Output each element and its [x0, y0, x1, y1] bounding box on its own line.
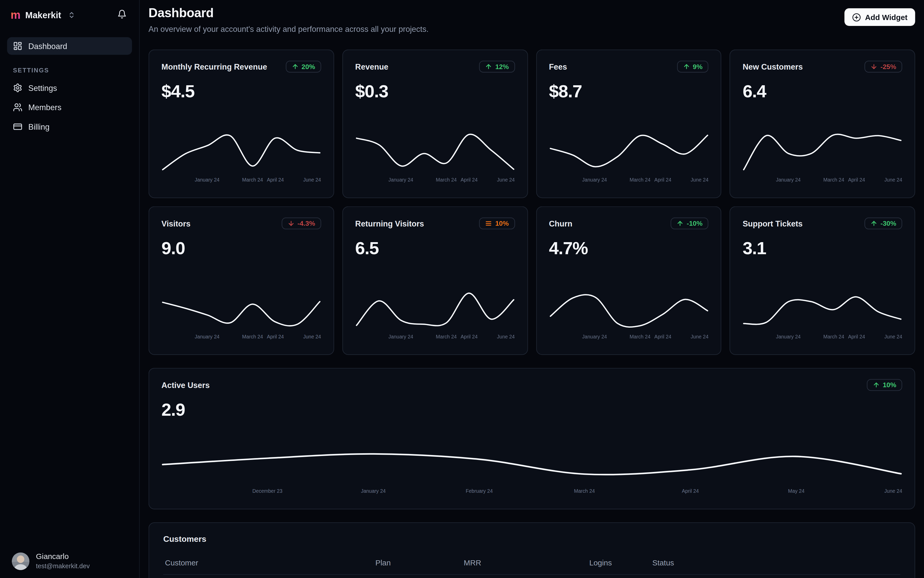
axis-label: June 24 [497, 177, 515, 183]
active-users-card: Active Users 10% 2.9 December 23January … [149, 368, 915, 510]
arrow-up-icon [292, 63, 299, 70]
trend-badge: -10% [671, 218, 708, 229]
card-title: Fees [549, 62, 567, 71]
axis-label: April 24 [654, 334, 671, 339]
axis-label: March 24 [823, 334, 844, 339]
axis-label: March 24 [574, 488, 595, 494]
metric-card-visitors: Visitors-4.3%9.0January 24March 24April … [149, 206, 334, 355]
axis-label: January 24 [582, 177, 607, 183]
user-name: Giancarlo [36, 552, 90, 562]
card-title: New Customers [742, 62, 802, 71]
axis-label: March 24 [436, 177, 457, 183]
axis-label: June 24 [885, 488, 902, 494]
card-value: $4.5 [161, 81, 321, 101]
gear-icon [13, 83, 23, 93]
sparkline-chart [161, 130, 321, 174]
card-value: $0.3 [355, 81, 515, 101]
sidebar-item-settings[interactable]: Settings [7, 79, 132, 97]
table-divider [163, 574, 900, 575]
axis-label: May 24 [788, 488, 804, 494]
sidebar-item-dashboard[interactable]: Dashboard [7, 37, 132, 55]
axis-label: March 24 [436, 334, 457, 339]
axis-label: January 24 [195, 334, 220, 339]
column-header-customer: Customer [165, 558, 376, 567]
trend-badge: -4.3% [282, 218, 321, 229]
page-title: Dashboard [149, 6, 429, 21]
bell-icon [117, 9, 127, 19]
sparkline-axis: January 24March 24April 24June 24 [549, 334, 708, 340]
axis-label: January 24 [776, 177, 801, 183]
notifications-button[interactable] [115, 8, 129, 21]
column-header-status: Status [652, 558, 899, 567]
metric-card-churn: Churn-10%4.7%January 24March 24April 24J… [536, 206, 721, 355]
axis-label: January 24 [582, 334, 607, 339]
sparkline-axis: January 24March 24April 24June 24 [355, 177, 515, 183]
trend-badge: 9% [677, 61, 708, 72]
axis-label: March 24 [630, 334, 650, 339]
metric-card-fees: Fees9%$8.7January 24March 24April 24June… [536, 50, 721, 198]
metric-card-support-tickets: Support Tickets-30%3.1January 24March 24… [730, 206, 915, 355]
card-title: Revenue [355, 62, 388, 71]
sidebar-item-billing[interactable]: Billing [7, 118, 132, 136]
axis-label: April 24 [267, 334, 284, 339]
axis-label: April 24 [848, 334, 865, 339]
main-nav: Dashboard [7, 37, 132, 55]
sparkline-chart [549, 130, 708, 174]
sparkline-chart [355, 287, 515, 331]
sparkline-axis: January 24March 24April 24June 24 [549, 177, 708, 183]
axis-label: June 24 [691, 334, 708, 339]
sparkline-axis: January 24March 24April 24June 24 [161, 177, 321, 183]
metric-card-monthly-recurring-revenue: Monthly Recurring Revenue20%$4.5January … [149, 50, 334, 198]
add-widget-button[interactable]: Add Widget [845, 8, 915, 26]
metric-card-new-customers: New Customers-25%6.4January 24March 24Ap… [730, 50, 915, 198]
customers-card: Customers CustomerPlanMRRLoginsStatus [149, 522, 915, 578]
makerkit-logo-icon: m [11, 9, 21, 21]
sparkline-chart [161, 287, 321, 331]
sparkline-chart [742, 130, 902, 174]
axis-label: January 24 [195, 177, 220, 183]
arrow-down-icon [871, 63, 877, 70]
settings-nav: SettingsMembersBilling [7, 79, 132, 136]
axis-label: April 24 [267, 177, 284, 183]
sparkline-axis: January 24March 24April 24June 24 [161, 334, 321, 340]
card-value: 6.4 [742, 81, 902, 101]
metric-card-returning-visitors: Returning Visitors10%6.5January 24March … [342, 206, 528, 355]
axis-label: April 24 [461, 177, 478, 183]
triple-bar-icon [485, 220, 493, 227]
axis-label: June 24 [303, 334, 321, 339]
arrow-up-icon [871, 220, 877, 227]
arrow-down-icon [287, 220, 295, 227]
active-users-axis: December 23January 24February 24March 24… [161, 488, 902, 495]
axis-label: June 24 [885, 177, 902, 183]
sidebar-item-members[interactable]: Members [7, 98, 132, 116]
sidebar: m Makerkit Dashboard SETTINGS SettingsMe… [0, 0, 139, 578]
axis-label: June 24 [303, 177, 321, 183]
user-menu[interactable]: Giancarlo test@makerkit.dev [12, 552, 90, 570]
axis-label: January 24 [776, 334, 801, 339]
sparkline-axis: January 24March 24April 24June 24 [742, 334, 902, 340]
metrics-grid: Monthly Recurring Revenue20%$4.5January … [149, 50, 915, 355]
chevrons-up-down-icon [68, 11, 75, 18]
trend-badge: 10% [867, 379, 902, 391]
axis-label: December 23 [252, 488, 282, 494]
active-users-chart [161, 440, 902, 485]
axis-label: April 24 [848, 177, 865, 183]
workspace-switcher[interactable]: m Makerkit [11, 9, 75, 21]
arrow-up-icon [485, 63, 493, 70]
brand-name: Makerkit [25, 10, 62, 20]
card-value: 4.7% [549, 238, 708, 258]
users-icon [13, 102, 23, 112]
card-title: Returning Visitors [355, 219, 424, 228]
axis-label: January 24 [388, 334, 413, 339]
customers-table-header: CustomerPlanMRRLoginsStatus [163, 558, 900, 567]
arrow-up-icon [677, 220, 684, 227]
axis-label: April 24 [682, 488, 699, 494]
card-value: 6.5 [355, 238, 515, 258]
user-email: test@makerkit.dev [36, 562, 90, 570]
axis-label: March 24 [242, 177, 263, 183]
card-title: Churn [549, 219, 572, 228]
trend-badge: -25% [864, 61, 902, 72]
card-value: $8.7 [549, 81, 708, 101]
axis-label: February 24 [466, 488, 493, 494]
sparkline-chart [355, 130, 515, 174]
